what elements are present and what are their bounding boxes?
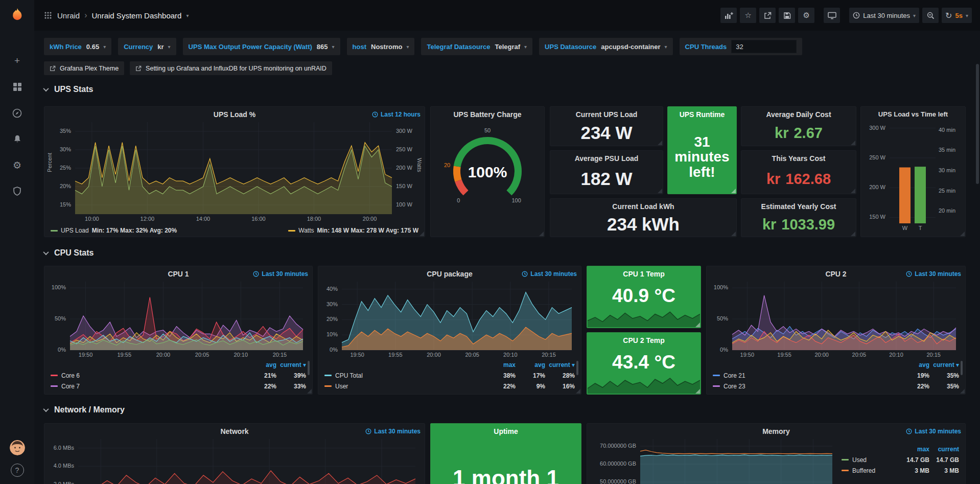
chevron-down-icon[interactable]: ▾ — [103, 44, 106, 50]
chevron-down-icon[interactable]: ▾ — [665, 44, 667, 50]
panel-resize-handle[interactable] — [539, 232, 544, 236]
save-dashboard-button[interactable] — [779, 8, 795, 23]
panel-resize-handle[interactable] — [695, 322, 700, 327]
user-avatar[interactable] — [10, 440, 25, 455]
explore-compass-icon[interactable] — [12, 107, 23, 119]
legend-series-name[interactable]: Core 23 — [713, 383, 900, 390]
variable-value[interactable]: apcupsd-container — [601, 43, 660, 51]
variable-value[interactable]: Nostromo — [371, 43, 402, 51]
panel-resize-handle[interactable] — [960, 389, 965, 394]
grafana-logo[interactable] — [0, 0, 34, 31]
legend-column-header[interactable]: current ▾ — [929, 361, 959, 368]
chevron-down-icon[interactable]: ▾ — [406, 44, 409, 50]
panel-cpu-package: CPU package Last 30 minutes 40%30%20%10%… — [318, 266, 581, 395]
panel-title[interactable]: CPU 1 Temp — [587, 266, 701, 280]
panel-title[interactable]: Average PSU Load — [550, 151, 663, 164]
panel-resize-handle[interactable] — [658, 189, 662, 193]
legend-series-name[interactable]: Buffered — [842, 467, 900, 474]
panel-resize-handle[interactable] — [731, 232, 736, 236]
legend-column-header[interactable]: max — [900, 446, 929, 453]
legend-column-header[interactable]: current — [929, 446, 959, 453]
panel-resize-handle[interactable] — [658, 141, 662, 145]
panel-title[interactable]: UPS Runtime — [668, 107, 736, 120]
panel-title[interactable]: CPU 2 Temp — [587, 333, 701, 346]
variable-value[interactable]: 865 — [317, 43, 328, 51]
panel-resize-handle[interactable] — [695, 389, 700, 394]
legend-series-name[interactable]: CPU Total — [324, 372, 486, 379]
panel-resize-handle[interactable] — [960, 232, 965, 236]
section-cpu-stats[interactable]: CPU Stats — [44, 248, 94, 258]
panel-title[interactable]: Estimated Yearly Cost — [741, 199, 856, 212]
breadcrumb-app[interactable]: Unraid — [57, 11, 80, 20]
dashboard-link[interactable]: Setting up Grafana and InfluxDB for UPS … — [130, 61, 332, 75]
stat-value: 182 W — [580, 169, 632, 189]
dashboard-link[interactable]: Grafana Plex Theme — [44, 61, 124, 75]
legend-color-dash — [324, 375, 332, 376]
time-range-picker[interactable]: Last 30 minutes ▾ — [849, 8, 919, 23]
panel-resize-handle[interactable] — [731, 189, 736, 193]
panel-title[interactable]: Uptime — [431, 424, 581, 437]
legend-series-name[interactable]: Core 7 — [51, 383, 247, 390]
chevron-down-icon[interactable]: ▾ — [966, 13, 968, 18]
panel-title[interactable]: UPS Load % — [44, 107, 425, 120]
chevron-down-icon[interactable]: ▾ — [186, 13, 189, 18]
variable-value[interactable]: kr — [157, 43, 164, 51]
legend-series-name[interactable]: Core 21 — [713, 372, 900, 379]
refresh-button[interactable]: ↻ 5s ▾ — [942, 8, 972, 23]
server-admin-shield-icon[interactable] — [12, 186, 23, 197]
legend-column-header[interactable]: avg — [516, 361, 545, 368]
dashboard-settings-button[interactable]: ⚙ — [798, 8, 814, 23]
create-plus-icon[interactable]: + — [12, 55, 23, 66]
section-network-memory[interactable]: Network / Memory — [44, 405, 125, 414]
panel-resize-handle[interactable] — [576, 389, 580, 394]
star-dashboard-button[interactable]: ☆ — [740, 8, 756, 23]
legend-item[interactable]: WattsMin: 148 W Max: 278 W Avg: 175 W — [288, 227, 418, 234]
add-panel-button[interactable] — [720, 8, 737, 23]
zoom-out-button[interactable] — [922, 8, 939, 23]
legend-column-header[interactable]: max — [486, 361, 516, 368]
variable-value[interactable]: Telegraf — [495, 43, 520, 51]
panel-cpu2: CPU 2 Last 30 minutes 100%50%0%19:5019:5… — [706, 266, 966, 395]
variable-value[interactable]: 0.65 — [86, 43, 99, 51]
panel-resize-handle[interactable] — [851, 141, 855, 145]
refresh-interval-label[interactable]: 5s — [955, 12, 963, 19]
legend-scrollbar[interactable] — [576, 361, 578, 375]
chevron-down-icon[interactable]: ▾ — [168, 44, 171, 50]
panel-title[interactable]: UPS Load vs Time left — [861, 107, 965, 120]
apps-grid-icon[interactable] — [43, 11, 53, 20]
legend-item[interactable]: UPS LoadMin: 17% Max: 32% Avg: 20% — [51, 227, 177, 234]
legend-header-row: maxavgcurrent ▾ — [324, 360, 575, 370]
panel-title[interactable]: Current Load kWh — [550, 199, 736, 212]
legend-scrollbar[interactable] — [308, 361, 310, 375]
axis-tick-label: 150 W — [865, 214, 885, 220]
legend-column-header[interactable]: avg — [247, 361, 276, 368]
panel-title[interactable]: Average Daily Cost — [741, 107, 856, 120]
legend-series-name[interactable]: Core 6 — [51, 372, 247, 379]
cycle-view-mode-button[interactable] — [824, 8, 840, 23]
panel-title[interactable]: This Years Cost — [741, 151, 856, 164]
panel-title[interactable]: Current UPS Load — [550, 107, 663, 120]
axis-tick-label: 0% — [711, 347, 728, 353]
chevron-down-icon[interactable]: ▾ — [332, 44, 335, 50]
legend-series-name[interactable]: User — [324, 383, 486, 390]
page-scrollbar[interactable] — [976, 64, 979, 184]
page-title[interactable]: Unraid System Dashboard — [92, 11, 182, 20]
panel-resize-handle[interactable] — [851, 232, 855, 236]
variable-input[interactable] — [731, 40, 797, 53]
legend-scrollbar[interactable] — [961, 361, 963, 375]
panel-title[interactable]: UPS Battery Charge — [431, 107, 544, 120]
legend-series-name[interactable]: Used — [842, 456, 900, 464]
legend-column-header[interactable]: current ▾ — [545, 361, 575, 368]
configuration-gear-icon[interactable]: ⚙ — [12, 159, 23, 171]
panel-resize-handle[interactable] — [419, 232, 424, 236]
alerting-bell-icon[interactable] — [12, 133, 23, 145]
section-ups-stats[interactable]: UPS Stats — [44, 85, 93, 94]
chevron-down-icon[interactable]: ▾ — [524, 44, 527, 50]
panel-resize-handle[interactable] — [851, 189, 855, 193]
panel-resize-handle[interactable] — [307, 389, 312, 394]
legend-column-header[interactable]: current ▾ — [276, 361, 306, 368]
legend-column-header[interactable]: avg — [900, 361, 929, 368]
help-icon[interactable]: ? — [11, 464, 24, 477]
share-dashboard-button[interactable] — [759, 8, 776, 23]
dashboards-icon[interactable] — [12, 81, 23, 93]
